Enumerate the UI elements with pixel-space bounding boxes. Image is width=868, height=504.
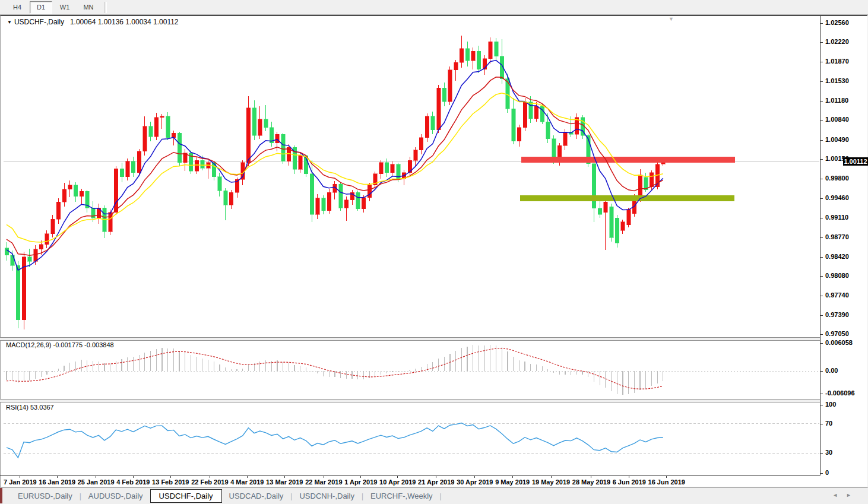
price-axis-tick [821, 257, 823, 258]
indicator-axis-label: -0.006096 [825, 389, 855, 397]
date-axis-label: 21 Apr 2019 [418, 476, 454, 487]
rsi-line [7, 423, 663, 458]
bull-candle [534, 106, 538, 119]
price-axis-label: 0.97050 [825, 330, 849, 337]
bull-candle [362, 198, 366, 209]
bull-candle [460, 49, 464, 63]
price-axis-label: 0.99110 [825, 214, 848, 221]
bear-candle [477, 51, 481, 69]
bull-candle [258, 119, 262, 136]
ma-slow-line [7, 93, 663, 242]
indicator-axis-label: 0 [825, 469, 829, 476]
price-axis-tick [821, 296, 823, 296]
bear-candle [281, 134, 286, 161]
bear-candle [16, 265, 20, 319]
bull-candle [563, 132, 568, 145]
chart-bottom-border [0, 475, 820, 476]
macd-indicator-label: MACD(12,26,9) -0.001775 -0.003848 [6, 341, 114, 348]
tab-usdcad-daily[interactable]: USDCAD-,Daily [222, 489, 291, 503]
bull-candle [327, 192, 331, 210]
price-axis-tick [821, 276, 823, 277]
date-axis-label: 16 Jun 2019 [648, 476, 685, 487]
rsi-value: 53.0367 [30, 404, 54, 411]
price-axis-tick [821, 315, 823, 316]
indicator-axis-tick [821, 394, 823, 394]
price-axis-label: 0.98080 [825, 272, 849, 279]
indicator-axis-tick [821, 343, 823, 344]
bull-candle [275, 134, 280, 142]
bear-candle [201, 160, 205, 168]
price-axis-tick [821, 334, 823, 335]
price-axis-label: 1.00840 [825, 116, 849, 123]
bull-candle [114, 169, 118, 212]
indicator-axis-tick [821, 424, 823, 424]
bull-candle [379, 163, 384, 174]
ma-fast-line [7, 61, 663, 271]
tab-usdcnh-daily[interactable]: USDCNH-,Daily [292, 489, 361, 503]
bull-candle [246, 108, 251, 163]
bull-candle [154, 118, 159, 137]
date-axis-label: 7 Jan 2019 [4, 476, 37, 487]
price-axis-label: 0.99460 [825, 194, 849, 201]
current-price-label: 1.00112 [843, 157, 868, 166]
price-axis-label: 1.02560 [825, 19, 849, 26]
date-axis[interactable]: 7 Jan 201916 Jan 201925 Jan 20194 Feb 20… [4, 476, 685, 487]
bull-candle [448, 70, 452, 102]
bear-candle [442, 88, 446, 102]
bull-candle [650, 173, 654, 187]
rsi-indicator-label: RSI(14) 53.0367 [6, 404, 54, 411]
bull-candle [229, 192, 233, 205]
tab-scroll-left-icon[interactable]: ◄ [832, 492, 846, 498]
bull-candle [437, 88, 441, 129]
chart-title: ▼USDCHF-,Daily1.00064 1.00136 1.00034 1.… [7, 18, 179, 26]
bear-candle [512, 109, 516, 141]
tab-eurchf-weekly[interactable]: EURCHF-,Weekly [363, 489, 440, 503]
timeframe-toolbar: H4D1W1MN [0, 0, 868, 15]
bull-candle [391, 164, 395, 173]
date-axis-label: 13 Mar 2019 [266, 476, 303, 487]
bear-candle [166, 116, 170, 138]
price-axis-label: 1.00490 [825, 136, 849, 143]
bull-candle [316, 198, 320, 215]
chart-dropdown-icon[interactable]: ▼ [7, 20, 12, 25]
bear-candle [465, 49, 470, 61]
bull-candle [39, 245, 43, 249]
period-button-mn[interactable]: MN [77, 1, 100, 14]
price-axis-label: 0.98420 [825, 253, 849, 260]
bull-candle [419, 138, 423, 150]
price-axis-tick [821, 23, 823, 24]
bull-candle [471, 51, 476, 61]
bear-candle [120, 169, 124, 176]
tab-usdchf-daily[interactable]: USDCHF-,Daily [150, 489, 222, 503]
bull-candle [517, 128, 521, 141]
period-button-h4[interactable]: H4 [6, 1, 28, 14]
tab-audusd-daily[interactable]: AUDUSD-,Daily [81, 489, 150, 503]
bull-candle [62, 189, 66, 202]
bear-candle [592, 164, 596, 208]
tab-scroll-right-icon[interactable]: ► [846, 492, 860, 498]
price-axis-tick [821, 159, 823, 160]
price-axis-separator [820, 16, 821, 476]
bull-candle [160, 116, 164, 118]
price-axis-tick [821, 198, 823, 199]
bull-candle [523, 102, 527, 128]
tab-scroll-arrows: ◄► [832, 492, 860, 498]
price-axis-tick [821, 140, 823, 141]
price-axis-tick [821, 237, 823, 238]
bear-candle [224, 191, 228, 205]
tab-eurusd-daily[interactable]: EURUSD-,Daily [11, 489, 80, 503]
macd-pane[interactable] [4, 340, 819, 399]
period-button-w1[interactable]: W1 [53, 1, 76, 14]
bear-candle [131, 161, 135, 173]
price-chart-pane[interactable] [4, 20, 819, 337]
period-button-d1[interactable]: D1 [30, 1, 52, 14]
bear-candle [495, 42, 499, 56]
price-axis-label: 0.98770 [825, 233, 849, 240]
bull-candle [368, 185, 372, 198]
bear-candle [598, 208, 602, 214]
support-band [520, 195, 734, 201]
price-axis-tick [821, 120, 823, 121]
shift-end-marker-icon[interactable]: ▼ [669, 16, 674, 22]
bear-candle [339, 184, 343, 208]
rsi-pane[interactable] [4, 402, 819, 476]
